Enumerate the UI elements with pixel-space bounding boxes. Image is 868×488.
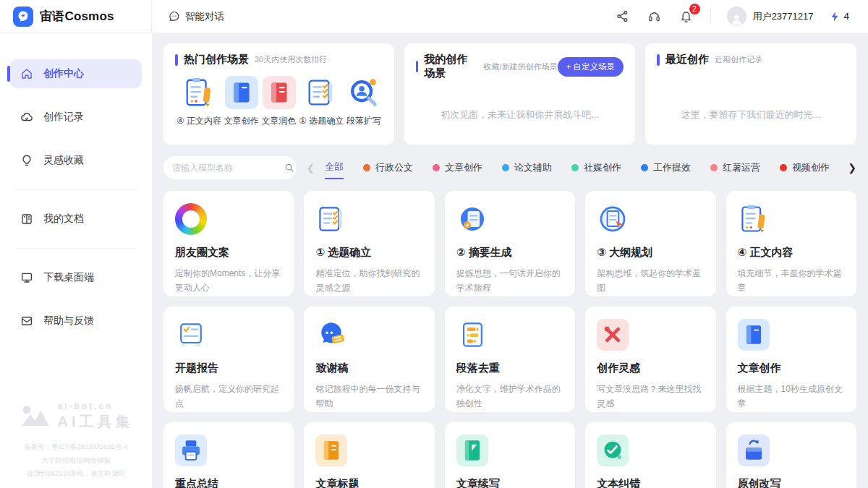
- category-tab-label: 工作提效: [653, 161, 691, 174]
- monitor-icon: [20, 271, 33, 284]
- topbar-actions: 2 用户23771217 4: [615, 7, 868, 26]
- custom-scene-button[interactable]: + 自定义场景: [558, 57, 624, 77]
- hot-scene-topic-setup-1[interactable]: ① 选题确立: [299, 76, 344, 127]
- category-tab-label: 社媒创作: [584, 161, 621, 174]
- category-tab-label: 行政公文: [375, 161, 413, 174]
- hot-scenes-title: 热门创作场景: [184, 53, 249, 67]
- tabs-scroll-left-icon[interactable]: ❮: [307, 163, 315, 174]
- category-tab-article-writing[interactable]: 文章创作: [433, 156, 482, 179]
- scene-card-article-writing[interactable]: 文章创作根据主题，10秒生成原创文章: [726, 307, 856, 412]
- brand: 宙语Cosmos: [0, 0, 152, 33]
- watermark: ai-bot.cn AI工具集: [7, 401, 145, 432]
- scene-card-article-title[interactable]: 文章标题根据主题及文章内容，生成爆: [304, 422, 434, 488]
- scene-card-creation-inspiration[interactable]: 创作灵感写文章没思路？来这里找找灵感: [585, 307, 715, 412]
- sidebar-item-label: 灵感收藏: [43, 154, 84, 167]
- tabs-scroll-right-icon[interactable]: ❯: [848, 162, 856, 174]
- ai-bot-logo-icon: [19, 402, 52, 431]
- hot-scene-label: 段落扩写: [346, 115, 381, 127]
- hot-scenes-subtitle: 30天内使用次数排行: [255, 54, 327, 65]
- topbar: 宙语Cosmos 智能对话: [0, 0, 868, 33]
- card-description: 净化文字，维护学术作品的独创性: [456, 382, 563, 411]
- scene-card-key-summary[interactable]: 重点总结文章重点内容总结: [163, 422, 294, 488]
- category-tab-thesis-assist[interactable]: 论文辅助: [502, 156, 552, 179]
- sidebar-item-label: 我的文档: [43, 213, 84, 226]
- hot-scene-article-writing[interactable]: 文章创作: [224, 76, 259, 127]
- category-tab-all[interactable]: 全部: [325, 156, 344, 179]
- app-logo-icon: [13, 7, 33, 27]
- moments-ring-icon: [175, 203, 207, 235]
- notifications-button[interactable]: 2: [678, 9, 694, 25]
- category-tab-social-media[interactable]: 社媒创作: [571, 156, 621, 179]
- sidebar-item-creation-center[interactable]: 创作中心: [10, 59, 142, 88]
- scene-card-abstract-gen-2[interactable]: ② 摘要生成提炼思想，一句话开启你的学术旅程: [445, 191, 575, 296]
- filing-line: 如接到962110来电，请立即接听: [7, 467, 145, 481]
- scene-card-outline-plan-3[interactable]: ③ 大纲规划架构思维，筑起你的学术蓝图: [585, 191, 715, 296]
- scene-card-article-continue[interactable]: 文章续写延续风格续写文章: [445, 422, 575, 488]
- hot-scene-label: ① 选题确立: [299, 115, 344, 127]
- checklist-icon: [315, 203, 347, 235]
- avatar: [727, 7, 746, 26]
- energy-indicator[interactable]: 4: [829, 11, 849, 22]
- category-tab-label: 文章创作: [445, 161, 482, 174]
- card-description: 根据主题，10秒生成原创文章: [738, 382, 845, 411]
- filing-info: 备案号：粤ICP备2023039659号-4为了防范电信网络诈骗如接到96211…: [7, 440, 145, 481]
- my-scenes-empty-text: 初次见面，未来让我和你并肩战斗吧...: [404, 108, 635, 121]
- scene-card-paragraph-dedup[interactable]: 段落去重净化文字，维护学术作品的独创性: [445, 307, 575, 412]
- scene-card-proposal-report[interactable]: 开题报告扬帆启航，定义你的研究起点: [163, 307, 294, 412]
- category-tab-admin-docs[interactable]: 行政公文: [363, 156, 413, 179]
- scene-card-topic-setup-1[interactable]: ① 选题确立精准定位，助你找到研究的灵感之源: [304, 191, 434, 296]
- app-title: 宙语Cosmos: [40, 8, 114, 25]
- sidebar-item-download-desktop[interactable]: 下载桌面端: [10, 263, 142, 292]
- tab-smart-chat[interactable]: 智能对话: [168, 10, 224, 23]
- hot-scene-article-polish[interactable]: 文章润色: [262, 76, 297, 127]
- sidebar-divider: [14, 248, 137, 249]
- cloud-icon: [20, 111, 33, 124]
- sidebar-item-label: 下载桌面端: [43, 271, 94, 284]
- category-tab-xiaohongshu[interactable]: 红薯运营: [710, 156, 760, 179]
- category-tab-work-efficiency[interactable]: 工作提效: [641, 156, 691, 179]
- search-icon[interactable]: [284, 163, 294, 173]
- docs-icon: [20, 213, 33, 226]
- main-content: 热门创作场景 30天内使用次数排行 ④ 正文内容文章创作文章润色① 选题确立段落…: [152, 33, 868, 488]
- share-icon: [616, 9, 629, 23]
- chat-ticket-icon: [315, 319, 347, 351]
- sidebar-item-help-feedback[interactable]: 帮助与反馈: [10, 307, 142, 335]
- support-button[interactable]: [647, 9, 663, 25]
- printer-blue-icon: [175, 435, 207, 466]
- hot-scene-paragraph-expand[interactable]: 段落扩写: [346, 76, 381, 127]
- card-title: 开题报告: [175, 361, 282, 375]
- filing-line: 备案号：粤ICP备2023039659号-4: [7, 440, 145, 454]
- tools-x-icon: [597, 319, 629, 351]
- category-tab-video-creation[interactable]: 视频创作: [780, 156, 830, 179]
- recent-empty-text: 这里，要留存下我们最近的时光...: [645, 108, 856, 121]
- category-dot-icon: [710, 164, 718, 171]
- search-input[interactable]: [172, 163, 284, 173]
- sidebar-item-creation-records[interactable]: 创作记录: [10, 103, 142, 132]
- scene-card-body-content-4[interactable]: ④ 正文内容填充细节，丰盈你的学术篇章: [726, 191, 856, 296]
- energy-count: 4: [843, 11, 849, 22]
- sidebar-item-inspiration-favorites[interactable]: 灵感收藏: [10, 146, 142, 175]
- sidebar-divider: [14, 189, 137, 190]
- card-title: ① 选题确立: [315, 246, 422, 260]
- card-description: 填充细节，丰盈你的学术篇章: [738, 266, 845, 296]
- sidebar-item-my-documents[interactable]: 我的文档: [10, 205, 142, 234]
- recent-creations-panel: 最近创作 近期创作记录 这里，要留存下我们最近的时光...: [645, 43, 856, 145]
- hot-scene-body-content-4[interactable]: ④ 正文内容: [176, 76, 221, 127]
- sidebar: 创作中心创作记录灵感收藏我的文档下载桌面端帮助与反馈 ai-bot.cn AI工…: [0, 33, 152, 488]
- category-tab-label: 视频创作: [792, 161, 830, 174]
- title-marker: [657, 54, 660, 66]
- notification-badge: 2: [689, 4, 700, 14]
- scene-card-text-correction[interactable]: 文本纠错智能修正错别字，纠正语法: [585, 422, 715, 488]
- title-marker: [175, 54, 178, 66]
- scene-card-acknowledgement[interactable]: 致谢稿铭记旅程中的每一份支持与帮助: [304, 307, 434, 412]
- card-title: 文本纠错: [597, 477, 704, 488]
- home-icon: [20, 67, 33, 80]
- card-description: 写文章没思路？来这里找找灵感: [597, 382, 704, 411]
- card-title: 致谢稿: [315, 361, 422, 375]
- scene-card-moments-copy[interactable]: 朋友圈文案定制你的Moments，让分享更动人心: [163, 191, 294, 296]
- user-menu[interactable]: 用户23771217: [727, 7, 814, 26]
- card-title: 文章创作: [738, 361, 845, 375]
- share-button[interactable]: [615, 9, 631, 25]
- scene-card-original-rewrite[interactable]: 原创改写主题不变，智能改写文章: [726, 422, 856, 488]
- magnifier-person-icon: [347, 76, 380, 109]
